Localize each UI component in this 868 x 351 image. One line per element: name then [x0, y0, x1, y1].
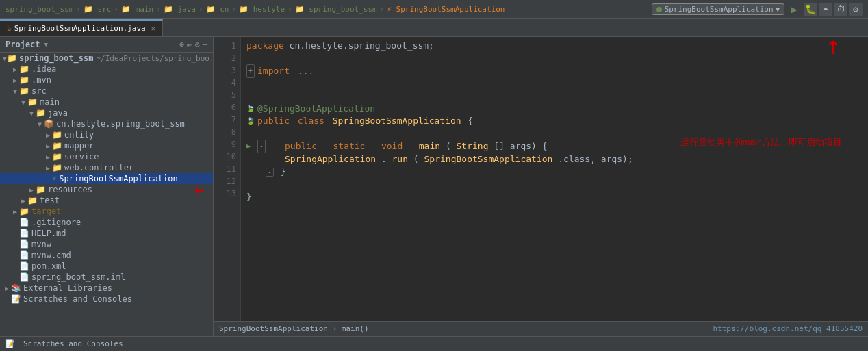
tree-item-mvnw[interactable]: 📄 mvnw	[0, 239, 213, 250]
file-icon: 📄	[19, 239, 29, 249]
folder-icon: 📁	[52, 130, 62, 140]
collapse-icon[interactable]: ⇤	[187, 40, 192, 49]
file-icon: 📄	[19, 272, 29, 282]
sidebar-title: Project	[5, 40, 40, 49]
arrow-icon: ▼	[36, 120, 44, 128]
item-path: ~/IdeaProjects/spring_boo...	[96, 54, 214, 63]
item-label: src	[31, 86, 47, 96]
item-label: .idea	[31, 64, 56, 74]
folder-icon: 📁	[19, 75, 29, 85]
arrow-icon: ▶	[11, 66, 19, 73]
profile-button[interactable]: ⏱	[834, 3, 847, 16]
folder-icon: 📁	[52, 141, 62, 151]
main-content: Project ▼ ⊕ ⇤ ⚙ — ▼ 📁 spring_boot_ssm ~/…	[0, 37, 868, 336]
breadcrumb-module: spring_boot_ssm	[5, 5, 73, 14]
tree-item-webcontroller[interactable]: ▶ 📁 web.controller	[0, 162, 213, 173]
item-label: target	[31, 207, 61, 216]
item-label: mapper	[64, 141, 94, 151]
code-line-11: - }	[246, 166, 863, 179]
code-line-6: 🍃 @SpringBootApplication	[246, 103, 863, 115]
tree-item-service[interactable]: ▶ 📁 service	[0, 151, 213, 162]
tree-item-root[interactable]: ▼ 📁 spring_boot_ssm ~/IdeaProjects/sprin…	[0, 53, 213, 64]
line-numbers: 1 2 3 4 5 6 7 8 9 10 11 12 13	[214, 37, 241, 321]
tree-item-test[interactable]: ▶ 📁 test	[0, 195, 213, 206]
tree-item-target[interactable]: ▶ 📁 target	[0, 206, 213, 217]
code-line-7: 🍃 public class SpringBootSsmApplication …	[246, 115, 863, 127]
item-label: External Libraries	[23, 283, 112, 293]
tree-item-main-class[interactable]: ⚡ SpringBootSsmApplication	[0, 173, 213, 184]
debug-button[interactable]: 🐛	[804, 3, 817, 16]
tree-item-help[interactable]: 📄 HELP.md	[0, 228, 213, 239]
up-arrow-annotation: ↑	[826, 37, 841, 58]
code-line-5	[246, 90, 863, 103]
tree-item-iml[interactable]: 📄 spring_boot_ssm.iml	[0, 272, 213, 283]
sidebar-dropdown-icon[interactable]: ▼	[44, 41, 48, 48]
item-label: resources	[48, 185, 92, 194]
spring-file-icon: ⚡	[52, 174, 57, 183]
arrow-icon: ▶	[11, 208, 19, 216]
item-label: .mvn	[31, 75, 51, 85]
brace-collapse-icon[interactable]: -	[266, 168, 274, 177]
tree-item-java[interactable]: ▼ 📁 java	[0, 107, 213, 118]
arrow-icon: ▶	[44, 131, 52, 139]
import-collapse-icon[interactable]: +	[246, 64, 255, 78]
tree-item-entity[interactable]: ▶ 📁 entity	[0, 129, 213, 140]
tree-item-scratches[interactable]: 📝 Scratches and Consoles	[0, 294, 213, 304]
bottom-label: Scratches and Consoles	[23, 339, 123, 348]
settings-button[interactable]: ⚙	[849, 3, 863, 16]
tab-main-file[interactable]: ☕ SpringBootSsmApplication.java ✕	[0, 19, 163, 36]
tree-item-mvnw-cmd[interactable]: 📄 mvnw.cmd	[0, 250, 213, 261]
item-label: cn.hestyle.spring_boot_ssm	[56, 119, 185, 129]
sidebar: Project ▼ ⊕ ⇤ ⚙ — ▼ 📁 spring_boot_ssm ~/…	[0, 37, 214, 336]
folder-icon: 📁	[52, 163, 62, 172]
code-line-10: SpringApplication . run ( SpringBootSsmA…	[246, 153, 863, 166]
coverage-button[interactable]: ☂	[819, 3, 832, 16]
code-line-1: package cn.hestyle.spring_boot_ssm;	[246, 40, 863, 52]
item-label: main	[40, 97, 60, 107]
tree-item-pom[interactable]: 📄 pom.xml	[0, 261, 213, 272]
left-arrow-annotation: ←	[194, 180, 204, 199]
tab-label: SpringBootSsmApplication.java	[14, 24, 146, 33]
tree-item-gitignore[interactable]: 📄 .gitignore	[0, 217, 213, 228]
run-gutter-icon[interactable]: ▶	[246, 140, 256, 153]
item-label: web.controller	[64, 163, 133, 172]
method-collapse-icon[interactable]: -	[257, 140, 266, 153]
tree-item-package[interactable]: ▼ 📦 cn.hestyle.spring_boot_ssm	[0, 118, 213, 129]
folder-icon: 📁	[27, 97, 38, 107]
tree-item-external-libs[interactable]: ▶ 📚 External Libraries	[0, 283, 213, 294]
breadcrumb: spring_boot_ssm › 📁 src › 📁 main › 📁 jav…	[5, 5, 505, 14]
arrow-icon: ▶	[27, 186, 36, 194]
tree-item-mapper[interactable]: ▶ 📁 mapper	[0, 140, 213, 151]
arrow-icon: ▼	[27, 109, 36, 117]
arrow-icon: ▶	[44, 153, 52, 161]
item-label: pom.xml	[31, 261, 66, 271]
tree-item-resources[interactable]: ▶ 📁 resources	[0, 184, 213, 195]
code-area[interactable]: 1 2 3 4 5 6 7 8 9 10 11 12 13	[214, 37, 868, 321]
close-tab-icon[interactable]: ✕	[151, 25, 155, 32]
tree-item-idea[interactable]: ▶ 📁 .idea	[0, 64, 213, 75]
minimize-icon[interactable]: —	[203, 40, 207, 49]
tree-item-mvn[interactable]: ▶ 📁 .mvn	[0, 75, 213, 86]
arrow-icon: ▶	[44, 164, 52, 172]
run-status-dot	[656, 7, 662, 12]
item-label: Scratches and Consoles	[23, 294, 132, 304]
item-label: spring_boot_ssm.iml	[31, 272, 125, 282]
item-label: mvnw	[31, 239, 51, 249]
sidebar-header-icons: ⊕ ⇤ ⚙ —	[179, 40, 207, 49]
chevron-down-icon[interactable]: ▼	[776, 6, 780, 13]
code-line-3: + import ...	[246, 64, 863, 78]
tree-item-src[interactable]: ▼ 📁 src	[0, 86, 213, 96]
tabs-bar: ☕ SpringBootSsmApplication.java ✕	[0, 19, 868, 37]
run-config-label: SpringBootSsmApplication	[665, 5, 774, 14]
gear-icon[interactable]: ⚙	[195, 40, 200, 49]
code-line-2	[246, 52, 863, 64]
item-label: entity	[64, 130, 94, 140]
bottom-bar: 📝 Scratches and Consoles	[0, 336, 868, 351]
arrow-icon: ▶	[44, 142, 52, 150]
run-button[interactable]: ▶	[787, 3, 801, 16]
run-config-selector[interactable]: SpringBootSsmApplication ▼	[652, 3, 784, 15]
code-line-12	[246, 179, 863, 191]
code-content[interactable]: package cn.hestyle.spring_boot_ssm; + im…	[241, 37, 868, 321]
add-icon[interactable]: ⊕	[179, 40, 184, 49]
tree-item-main[interactable]: ▼ 📁 main	[0, 96, 213, 107]
